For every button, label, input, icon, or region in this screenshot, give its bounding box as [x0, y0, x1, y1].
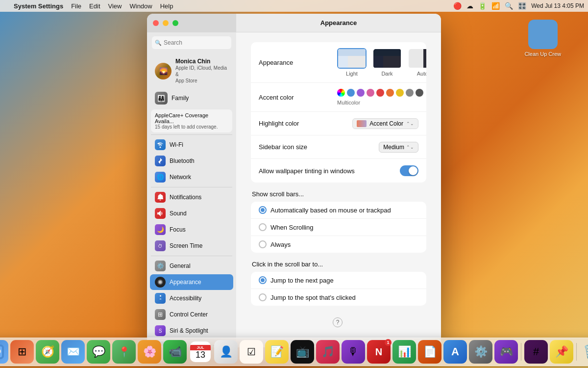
dock-item-pages[interactable]: 📄 [418, 340, 441, 364]
accent-orange[interactable] [386, 89, 394, 97]
dock-item-slack[interactable]: # [524, 340, 548, 364]
wallpaper-tinting-row: Allow wallpaper tinting in windows [251, 159, 426, 183]
highlight-select[interactable]: Accent Color ⌃⌄ [352, 118, 418, 129]
screentime-label: Screen Time [170, 242, 202, 249]
dock-item-notes[interactable]: 📝 [265, 340, 289, 364]
sidebar: 🔍 🌄 Monica Chin Apple ID, iCloud, Media … [147, 14, 236, 347]
scrollbar-always-option[interactable]: Always [251, 236, 426, 253]
sidebar-item-network[interactable]: 🌐 Network [150, 169, 233, 185]
mode-dark[interactable]: Dark [372, 48, 402, 77]
accent-gray[interactable] [406, 89, 414, 97]
dock-item-contacts[interactable]: 👤 [214, 340, 238, 364]
sidebar-item-siri[interactable]: S Siri & Spotlight [150, 323, 233, 339]
main-scroll[interactable]: Appearance Light [236, 32, 441, 347]
menubar-file[interactable]: File [71, 2, 81, 10]
dock-item-finder[interactable] [0, 340, 8, 364]
accent-blue[interactable] [347, 89, 355, 97]
click-spot-label: Jump to the spot that's clicked [270, 294, 356, 301]
appearance-row-label: Appearance [259, 59, 337, 66]
menubar-help[interactable]: Help [160, 2, 173, 10]
dock-item-calendar[interactable]: JUL 13 [189, 340, 212, 364]
dock-item-music[interactable]: 🎵 [316, 340, 340, 364]
dock-item-mail[interactable]: ✉️ [61, 340, 85, 364]
dock-item-syssettings[interactable]: ⚙️ [469, 340, 492, 364]
accent-color-row: Accent color [251, 83, 426, 112]
sidebar-scroll[interactable]: 🌄 Monica Chin Apple ID, iCloud, Media & … [147, 53, 236, 347]
accent-red[interactable] [376, 89, 384, 97]
sidebar-item-sound[interactable]: Sound [150, 206, 233, 221]
dock-item-launchpad[interactable]: ⊞ [10, 340, 34, 364]
help-button[interactable]: ? [333, 317, 343, 327]
minimize-button[interactable] [163, 20, 169, 26]
scrollbar-always-radio[interactable] [259, 240, 267, 248]
dock-item-messages[interactable]: 💬 [87, 340, 110, 364]
dock-item-stickies[interactable]: 📌 [550, 340, 573, 364]
focus-icon: 🌙 [155, 224, 166, 235]
dock-item-maps[interactable]: 📍 [112, 340, 136, 364]
scrollbar-auto-option[interactable]: Automatically based on mouse or trackpad [251, 202, 426, 219]
menubar-control-center-icon[interactable]: 🎛️ [518, 2, 526, 10]
click-radio-group: Jump to the next page Jump to the spot t… [251, 272, 426, 306]
sidebar-user-profile[interactable]: 🌄 Monica Chin Apple ID, iCloud, Media & … [150, 54, 233, 88]
sidebar-item-controlcenter[interactable]: ⊞ Control Center [150, 307, 233, 322]
accent-multicolor[interactable] [337, 89, 345, 97]
dock-item-reminders[interactable]: ☑ [240, 340, 263, 364]
dock-item-trash[interactable]: 🗑️ [580, 340, 588, 364]
sidebar-item-screentime[interactable]: ⏱ Screen Time [150, 238, 233, 254]
highlight-value: Accent Color [369, 120, 403, 127]
wallpaper-tinting-toggle[interactable] [400, 165, 418, 176]
menubar-icloud-icon[interactable]: ☁ [466, 2, 473, 10]
accent-dark-gray[interactable] [416, 89, 423, 97]
menubar-wifi-icon[interactable]: 📶 [491, 2, 500, 10]
accent-purple[interactable] [357, 89, 365, 97]
menubar-view[interactable]: View [108, 2, 122, 10]
scrollbar-scrolling-radio[interactable] [259, 223, 267, 231]
dock-item-numbers[interactable]: 📊 [392, 340, 416, 364]
accent-pink[interactable] [367, 89, 374, 97]
scrollbar-scrolling-option[interactable]: When Scrolling [251, 219, 426, 236]
accent-yellow[interactable] [396, 89, 404, 97]
sidebar-item-appearance[interactable]: Appearance [150, 274, 233, 290]
wallpaper-tinting-value [400, 165, 418, 176]
calendar-day: 13 [196, 350, 205, 359]
dock-item-safari[interactable]: 🧭 [36, 340, 59, 364]
mode-light[interactable]: Light [337, 48, 367, 77]
settings-window: 🔍 🌄 Monica Chin Apple ID, iCloud, Media … [147, 14, 441, 347]
close-button[interactable] [153, 20, 159, 26]
sidebar-item-wifi[interactable]: Wi-Fi [150, 137, 233, 153]
dock-item-news[interactable]: N 1 [367, 340, 391, 364]
sidebar-item-family[interactable]: 👨‍👩‍👧 Family [150, 89, 233, 107]
main-content: Appearance Appearance Light [236, 14, 441, 347]
dock-item-photos[interactable]: 🌸 [138, 340, 161, 364]
sidebar-item-accessibility[interactable]: Accessibility [150, 290, 233, 306]
click-spot-option[interactable]: Jump to the spot that's clicked [251, 289, 426, 306]
click-nextpage-option[interactable]: Jump to the next page [251, 272, 426, 289]
search-input[interactable] [152, 36, 231, 49]
menubar-search-icon[interactable]: 🔍 [505, 2, 513, 10]
menubar-app-name[interactable]: System Settings [14, 2, 63, 10]
applecare-banner[interactable]: AppleCare+ Coverage Availa... 15 days le… [151, 109, 232, 132]
sidebar-item-notifications[interactable]: Notifications [150, 189, 233, 205]
sidebar-item-bluetooth[interactable]: Bluetooth [150, 153, 233, 169]
click-spot-radio[interactable] [259, 293, 267, 301]
family-icon: 👨‍👩‍👧 [155, 92, 168, 105]
dock-item-facetime[interactable]: 📹 [163, 340, 187, 364]
dock-item-podcasts[interactable]: 🎙 [342, 340, 365, 364]
menubar-edit[interactable]: Edit [89, 2, 100, 10]
scrollbar-auto-radio[interactable] [259, 206, 267, 214]
menubar-screencapture-icon[interactable]: 🔴 [453, 2, 462, 10]
dock-item-appstore[interactable]: A [443, 340, 467, 364]
menubar-window[interactable]: Window [129, 2, 152, 10]
click-nextpage-radio[interactable] [259, 276, 267, 284]
main-title: Appearance [320, 19, 357, 26]
mode-auto[interactable]: Auto [408, 48, 426, 77]
sidebar-item-general[interactable]: ⚙️ General [150, 258, 233, 274]
desktop-app-icon[interactable]: Clean Up Crew [524, 20, 561, 57]
dock-item-appletv[interactable]: 📺 [291, 340, 314, 364]
dock-item-arcade[interactable]: 🎮 [494, 340, 518, 364]
sidebar-item-focus[interactable]: 🌙 Focus [150, 222, 233, 237]
sidebar-icon-select[interactable]: Medium ⌃⌄ [379, 142, 418, 153]
menubar-battery-icon[interactable]: 🔋 [478, 2, 487, 10]
mode-dark-thumbnail [372, 48, 402, 69]
maximize-button[interactable] [172, 20, 178, 26]
